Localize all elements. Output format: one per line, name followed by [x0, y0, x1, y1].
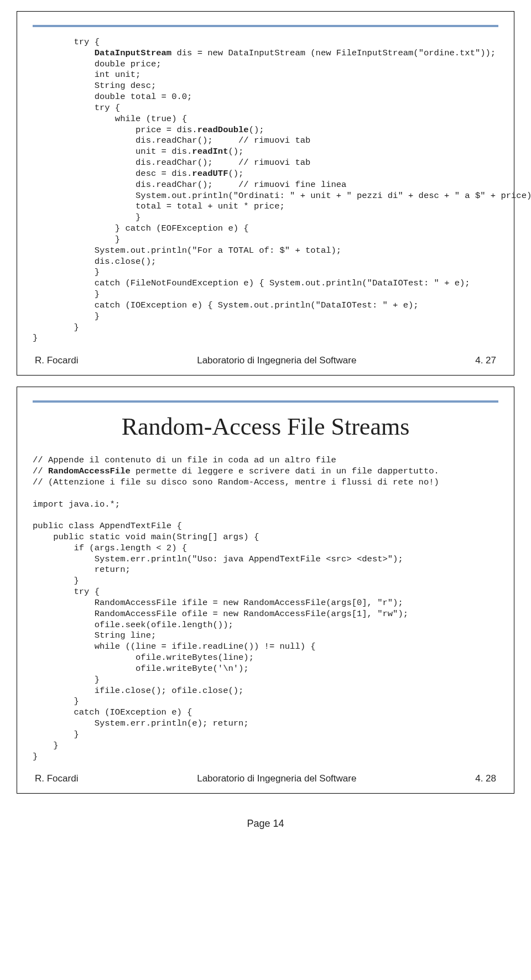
- divider: [33, 25, 498, 27]
- page-number: Page 14: [0, 818, 531, 830]
- footer-pagenum: 4. 28: [475, 773, 496, 784]
- slide-2: Random-Access File Streams // Appende il…: [17, 387, 514, 794]
- slide-footer: R. Focardi Laboratorio di Ingegneria del…: [33, 773, 498, 786]
- divider: [33, 400, 498, 403]
- slide-1: try { DataInputStream dis = new DataInpu…: [17, 11, 514, 376]
- footer-author: R. Focardi: [35, 355, 78, 366]
- footer-title: Laboratorio di Ingegneria del Software: [197, 773, 356, 784]
- slide-footer: R. Focardi Laboratorio di Ingegneria del…: [33, 355, 498, 368]
- slide-title: Random-Access File Streams: [33, 413, 498, 441]
- footer-title: Laboratorio di Ingegneria del Software: [197, 355, 356, 366]
- footer-author: R. Focardi: [35, 773, 78, 784]
- footer-pagenum: 4. 27: [475, 355, 496, 366]
- code-block-2: // Appende il contenuto di un file in co…: [33, 455, 498, 762]
- code-block-1: try { DataInputStream dis = new DataInpu…: [33, 37, 498, 344]
